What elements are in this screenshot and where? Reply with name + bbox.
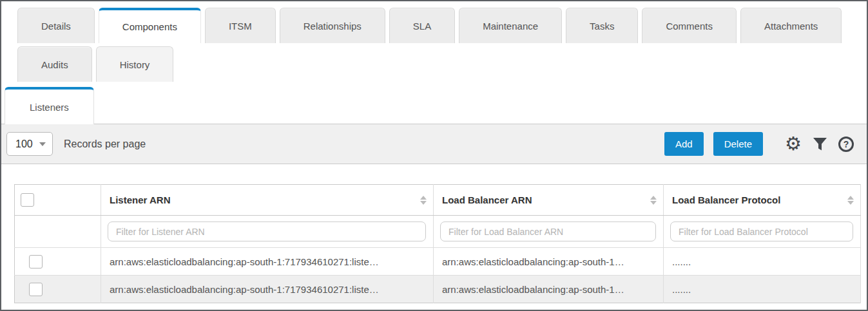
cell-listener-arn: arn:aws:elasticloadbalancing:ap-south-1:… [101, 248, 434, 276]
tab-itsm[interactable]: ITSM [205, 8, 276, 43]
tab-attachments[interactable]: Attachments [740, 8, 842, 43]
table-row[interactable]: arn:aws:elasticloadbalancing:ap-south-1:… [15, 248, 861, 276]
filter-input-load-balancer-arn[interactable] [440, 221, 656, 241]
cell-load-balancer-arn: arn:aws:elasticloadbalancing:ap-south-1… [434, 276, 664, 303]
filter-empty-cell [15, 216, 101, 248]
tab-listeners[interactable]: Listeners [5, 87, 94, 124]
filter-row [15, 216, 861, 248]
table-header-row: Listener ARN Load Balancer ARN Load Bala… [15, 185, 861, 216]
row-select-cell [15, 276, 101, 303]
listeners-table: Listener ARN Load Balancer ARN Load Bala… [14, 184, 861, 303]
tab-maintenance[interactable]: Maintenance [459, 8, 562, 43]
tab-comments[interactable]: Comments [642, 8, 737, 43]
tab-components[interactable]: Components [99, 8, 201, 43]
help-icon[interactable]: ? [838, 137, 854, 152]
list-toolbar: 100 Records per page Add Delete ⚙ ? [1, 124, 867, 164]
sort-icon[interactable] [650, 196, 657, 205]
row-select-cell [15, 248, 101, 276]
tab-tasks[interactable]: Tasks [566, 8, 638, 43]
filter-input-listener-arn[interactable] [108, 221, 426, 241]
toolbar-actions: Add Delete ⚙ ? [664, 132, 854, 156]
records-per-page-select[interactable]: 100 [6, 132, 53, 156]
records-per-page-value: 100 [15, 138, 33, 150]
cell-load-balancer-protocol: ....... [664, 276, 861, 303]
tab-audits[interactable]: Audits [17, 46, 92, 82]
select-all-header-cell [15, 185, 101, 216]
row-checkbox[interactable] [29, 283, 43, 296]
column-header-label: Load Balancer ARN [442, 194, 532, 205]
filter-input-load-balancer-protocol[interactable] [670, 221, 853, 241]
cell-listener-arn: arn:aws:elasticloadbalancing:ap-south-1:… [101, 276, 434, 303]
column-header-load-balancer-arn[interactable]: Load Balancer ARN [434, 185, 664, 216]
tab-history[interactable]: History [96, 46, 174, 82]
add-button[interactable]: Add [664, 132, 704, 156]
table-row[interactable]: arn:aws:elasticloadbalancing:ap-south-1:… [15, 276, 861, 303]
chevron-down-icon [39, 142, 46, 146]
records-per-page-label: Records per page [64, 138, 146, 150]
row-checkbox[interactable] [29, 255, 43, 269]
sort-icon[interactable] [420, 196, 427, 205]
delete-button[interactable]: Delete [713, 132, 763, 156]
cell-load-balancer-protocol: ....... [664, 248, 861, 276]
filter-cell-load-balancer-protocol [664, 216, 861, 248]
listeners-table-wrap: Listener ARN Load Balancer ARN Load Bala… [14, 184, 860, 303]
column-header-listener-arn[interactable]: Listener ARN [101, 185, 434, 216]
tab-sla[interactable]: SLA [389, 8, 455, 43]
settings-gear-icon[interactable]: ⚙ [785, 135, 802, 153]
column-header-label: Listener ARN [110, 194, 170, 205]
sort-icon[interactable] [847, 196, 854, 205]
column-header-label: Load Balancer Protocol [672, 194, 780, 205]
filter-cell-listener-arn [101, 216, 434, 248]
filter-cell-load-balancer-arn [434, 216, 664, 248]
column-header-load-balancer-protocol[interactable]: Load Balancer Protocol [664, 185, 861, 216]
component-details-panel: Details Components ITSM Relationships SL… [0, 0, 868, 311]
tab-relationships[interactable]: Relationships [280, 8, 385, 43]
cell-load-balancer-arn: arn:aws:elasticloadbalancing:ap-south-1… [434, 248, 664, 276]
toolbar-icon-group: ⚙ ? [785, 135, 854, 153]
tab-details[interactable]: Details [17, 8, 95, 43]
sub-tab-bar: Listeners [1, 87, 867, 124]
select-all-checkbox[interactable] [21, 193, 34, 207]
main-tab-bar-row2: Audits History [1, 46, 867, 82]
filter-funnel-icon[interactable] [813, 137, 827, 151]
main-tab-bar-row1: Details Components ITSM Relationships SL… [1, 1, 867, 43]
